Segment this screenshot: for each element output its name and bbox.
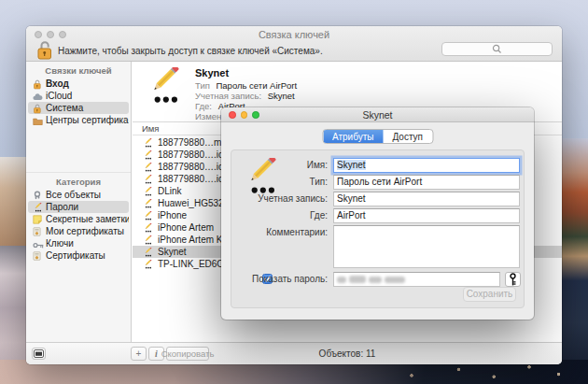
comments-field[interactable] <box>333 225 520 268</box>
comments-field-label: Комментарии: <box>231 227 328 237</box>
account-field[interactable]: Skynet <box>333 192 520 206</box>
sidebar-item-label: iCloud <box>46 91 72 101</box>
where-field[interactable]: AirPort <box>333 208 520 223</box>
sidebar-item-label: Система <box>46 103 83 113</box>
name-field[interactable]: Skynet <box>333 158 520 173</box>
detail-row: Тип Пароль сети AirPort <box>195 80 297 91</box>
attributes-panel: Имя: Skynet Тип: Пароль сети AirPort Уче… <box>231 149 525 308</box>
sidebar-item-label: Ключи <box>46 238 74 249</box>
sidebar-item-label: Все объекты <box>46 190 101 200</box>
note-icon <box>33 215 42 226</box>
sidebar-item-all-items[interactable]: Все объекты <box>28 189 129 201</box>
sidebar-item-cert-authorities[interactable]: Центры сертификации <box>28 114 129 126</box>
sidebar: Связки ключей Вход iCloud Система Центры… <box>26 62 132 342</box>
key-icon <box>33 239 44 250</box>
wallpaper-hill <box>0 157 28 246</box>
items-count: Объектов: 11 <box>133 348 562 359</box>
wallpaper-bridge <box>560 138 588 384</box>
blurred-password <box>337 277 346 283</box>
search-icon <box>492 41 502 58</box>
sidebar-item-passwords[interactable]: Пароли <box>28 201 129 213</box>
folder-icon <box>33 116 43 127</box>
wallpaper-sea <box>0 246 28 384</box>
sidebar-item-label: Сертификаты <box>46 250 105 261</box>
detail-title: Skynet <box>195 67 297 78</box>
blurred-password <box>349 276 366 283</box>
blurred-password <box>369 277 382 283</box>
sidebar-item-certificates[interactable]: Сертификаты <box>28 249 129 262</box>
sidebar-item-login[interactable]: Вход <box>28 78 129 90</box>
status-bar: + i Скопировать Объектов: 11 <box>26 342 562 364</box>
item-detail-dialog: Skynet Атрибуты Доступ Имя: Skynet Тип: … <box>221 107 534 320</box>
name-field-label: Имя: <box>231 160 328 170</box>
dialog-tabs: Атрибуты Доступ <box>322 129 433 144</box>
type-field[interactable]: Пароль сети AirPort <box>333 175 520 190</box>
sidebar-item-label: Секретные заметки <box>46 214 129 224</box>
window-chrome: Связка ключей Нажмите, чтобы закрыть дос… <box>26 26 562 62</box>
category-header: Категория <box>26 173 131 189</box>
save-button[interactable]: Сохранить <box>463 287 516 302</box>
search-input[interactable] <box>441 42 553 56</box>
unlocked-padlock-icon <box>33 104 42 115</box>
sidebar-item-label: Пароли <box>46 202 78 212</box>
sidebar-item-icloud[interactable]: iCloud <box>28 90 129 102</box>
cloud-icon <box>33 92 43 103</box>
sidebar-item-label: Вход <box>46 78 69 89</box>
certificate-icon <box>33 251 41 263</box>
tab-access[interactable]: Доступ <box>383 130 432 143</box>
dialog-title: Skynet <box>221 109 534 121</box>
sidebar-item-my-certificates[interactable]: Мои сертификаты <box>28 225 129 237</box>
window-title: Связка ключей <box>26 29 562 40</box>
sidebar-item-label: Центры сертификации <box>46 115 129 125</box>
unlocked-padlock-icon <box>33 79 42 91</box>
sidebar-item-system[interactable]: Система <box>28 102 129 114</box>
type-field-label: Тип: <box>231 177 328 187</box>
sidebar-item-label: Мои сертификаты <box>46 226 124 236</box>
password-field[interactable] <box>333 272 500 287</box>
keyring-icon <box>33 191 42 202</box>
key-icon <box>509 273 517 286</box>
blurred-password <box>385 277 405 283</box>
sidebar-item-secure-notes[interactable]: Секретные заметки <box>28 213 129 225</box>
detail-row: Учетная запись: Skynet <box>195 91 297 101</box>
account-field-label: Учетная запись: <box>231 193 328 204</box>
show-password-label: Показать пароль: <box>231 274 328 284</box>
password-pencil-icon <box>143 260 153 272</box>
password-assistant-button[interactable] <box>505 272 521 287</box>
password-pencil-icon <box>33 203 43 214</box>
lock-banner-message: Нажмите, чтобы закрыть доступ к связке к… <box>58 46 323 56</box>
where-field-label: Где: <box>231 210 328 220</box>
keychains-header: Связки ключей <box>26 62 131 78</box>
dialog-titlebar: Skynet <box>221 107 534 122</box>
panel-toggle-icon <box>34 349 44 358</box>
certificate-icon <box>33 227 41 238</box>
sidebar-item-keys[interactable]: Ключи <box>28 237 129 249</box>
toggle-keychains-button[interactable] <box>32 348 46 360</box>
tab-attributes[interactable]: Атрибуты <box>323 130 383 143</box>
password-pencil-icon <box>144 67 185 108</box>
